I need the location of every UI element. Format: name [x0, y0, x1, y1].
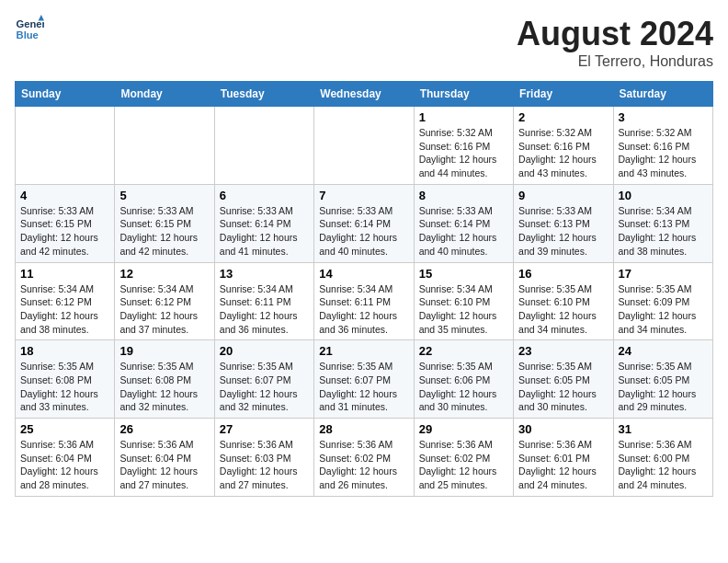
week-row-5: 25Sunrise: 5:36 AM Sunset: 6:04 PM Dayli… [16, 419, 713, 497]
day-cell: 29Sunrise: 5:36 AM Sunset: 6:02 PM Dayli… [414, 419, 513, 497]
day-number: 8 [419, 189, 508, 202]
day-cell: 21Sunrise: 5:35 AM Sunset: 6:07 PM Dayli… [314, 340, 414, 419]
day-info: Sunrise: 5:33 AM Sunset: 6:15 PM Dayligh… [20, 204, 109, 259]
day-info: Sunrise: 5:35 AM Sunset: 6:05 PM Dayligh… [619, 360, 708, 414]
title-area: August 2024 El Terrero, Honduras [517, 15, 713, 70]
day-number: 27 [220, 422, 309, 436]
day-info: Sunrise: 5:35 AM Sunset: 6:06 PM Dayligh… [419, 360, 508, 414]
location: El Terrero, Honduras [517, 53, 713, 70]
day-number: 26 [119, 422, 209, 436]
day-number: 21 [319, 344, 408, 358]
day-number: 16 [518, 267, 608, 281]
day-info: Sunrise: 5:36 AM Sunset: 6:03 PM Dayligh… [220, 438, 309, 492]
day-cell: 7Sunrise: 5:33 AM Sunset: 6:14 PM Daylig… [314, 184, 414, 262]
month-year: August 2024 [517, 15, 713, 53]
weekday-header-friday: Friday [514, 82, 613, 107]
day-info: Sunrise: 5:34 AM Sunset: 6:12 PM Dayligh… [119, 282, 209, 337]
day-number: 28 [319, 422, 408, 436]
day-number: 30 [518, 422, 608, 436]
day-cell: 27Sunrise: 5:36 AM Sunset: 6:03 PM Dayli… [214, 419, 313, 497]
weekday-header-wednesday: Wednesday [314, 82, 414, 107]
day-number: 10 [619, 189, 708, 202]
day-cell: 16Sunrise: 5:35 AM Sunset: 6:10 PM Dayli… [514, 262, 613, 340]
week-row-2: 4Sunrise: 5:33 AM Sunset: 6:15 PM Daylig… [16, 184, 713, 262]
day-cell: 3Sunrise: 5:32 AM Sunset: 6:16 PM Daylig… [613, 107, 712, 185]
day-cell: 28Sunrise: 5:36 AM Sunset: 6:02 PM Dayli… [314, 419, 414, 497]
day-number: 17 [619, 267, 708, 281]
day-info: Sunrise: 5:34 AM Sunset: 6:12 PM Dayligh… [20, 282, 109, 337]
svg-text:Blue: Blue [17, 29, 39, 40]
day-number: 20 [220, 344, 309, 358]
day-number: 2 [518, 110, 608, 124]
day-info: Sunrise: 5:32 AM Sunset: 6:16 PM Dayligh… [619, 126, 708, 180]
svg-marker-2 [39, 15, 44, 20]
day-cell: 6Sunrise: 5:33 AM Sunset: 6:14 PM Daylig… [214, 184, 313, 262]
day-info: Sunrise: 5:34 AM Sunset: 6:11 PM Dayligh… [220, 282, 309, 337]
day-number: 14 [319, 267, 408, 281]
day-number: 22 [419, 344, 508, 358]
day-cell: 22Sunrise: 5:35 AM Sunset: 6:06 PM Dayli… [414, 340, 513, 419]
day-cell: 13Sunrise: 5:34 AM Sunset: 6:11 PM Dayli… [214, 262, 313, 340]
day-info: Sunrise: 5:36 AM Sunset: 6:00 PM Dayligh… [619, 438, 708, 492]
day-cell: 17Sunrise: 5:35 AM Sunset: 6:09 PM Dayli… [613, 262, 712, 340]
weekday-header-monday: Monday [115, 82, 214, 107]
day-number: 25 [20, 422, 109, 436]
day-number: 31 [619, 422, 708, 436]
day-info: Sunrise: 5:32 AM Sunset: 6:16 PM Dayligh… [419, 126, 508, 180]
day-number: 12 [119, 267, 209, 281]
day-cell: 31Sunrise: 5:36 AM Sunset: 6:00 PM Dayli… [613, 419, 712, 497]
weekday-header-tuesday: Tuesday [214, 82, 313, 107]
weekday-header-sunday: Sunday [16, 82, 115, 107]
day-cell: 9Sunrise: 5:33 AM Sunset: 6:13 PM Daylig… [514, 184, 613, 262]
day-cell: 19Sunrise: 5:35 AM Sunset: 6:08 PM Dayli… [115, 340, 214, 419]
day-info: Sunrise: 5:34 AM Sunset: 6:11 PM Dayligh… [319, 282, 408, 337]
day-info: Sunrise: 5:33 AM Sunset: 6:15 PM Dayligh… [119, 204, 209, 259]
day-number: 7 [319, 189, 408, 202]
logo-icon: General Blue [15, 15, 44, 44]
day-info: Sunrise: 5:35 AM Sunset: 6:10 PM Dayligh… [518, 282, 608, 337]
day-cell: 26Sunrise: 5:36 AM Sunset: 6:04 PM Dayli… [115, 419, 214, 497]
logo: General Blue [15, 15, 44, 44]
day-number: 13 [220, 267, 309, 281]
day-cell [16, 107, 115, 185]
day-info: Sunrise: 5:35 AM Sunset: 6:07 PM Dayligh… [319, 360, 408, 414]
day-cell: 8Sunrise: 5:33 AM Sunset: 6:14 PM Daylig… [414, 184, 513, 262]
day-number: 9 [518, 189, 608, 202]
day-info: Sunrise: 5:35 AM Sunset: 6:08 PM Dayligh… [20, 360, 109, 414]
day-info: Sunrise: 5:36 AM Sunset: 6:01 PM Dayligh… [518, 438, 608, 492]
day-info: Sunrise: 5:36 AM Sunset: 6:02 PM Dayligh… [419, 438, 508, 492]
day-number: 1 [419, 110, 508, 124]
day-cell: 1Sunrise: 5:32 AM Sunset: 6:16 PM Daylig… [414, 107, 513, 185]
day-info: Sunrise: 5:36 AM Sunset: 6:02 PM Dayligh… [319, 438, 408, 492]
day-cell: 25Sunrise: 5:36 AM Sunset: 6:04 PM Dayli… [16, 419, 115, 497]
weekday-header-saturday: Saturday [613, 82, 712, 107]
day-cell: 30Sunrise: 5:36 AM Sunset: 6:01 PM Dayli… [514, 419, 613, 497]
day-cell: 18Sunrise: 5:35 AM Sunset: 6:08 PM Dayli… [16, 340, 115, 419]
day-info: Sunrise: 5:34 AM Sunset: 6:13 PM Dayligh… [619, 204, 708, 259]
day-number: 5 [119, 189, 209, 202]
day-cell: 12Sunrise: 5:34 AM Sunset: 6:12 PM Dayli… [115, 262, 214, 340]
day-info: Sunrise: 5:33 AM Sunset: 6:13 PM Dayligh… [518, 204, 608, 259]
day-info: Sunrise: 5:34 AM Sunset: 6:10 PM Dayligh… [419, 282, 508, 337]
day-number: 23 [518, 344, 608, 358]
day-number: 4 [20, 189, 109, 202]
day-cell: 23Sunrise: 5:35 AM Sunset: 6:05 PM Dayli… [514, 340, 613, 419]
day-info: Sunrise: 5:35 AM Sunset: 6:05 PM Dayligh… [518, 360, 608, 414]
week-row-3: 11Sunrise: 5:34 AM Sunset: 6:12 PM Dayli… [16, 262, 713, 340]
day-cell: 11Sunrise: 5:34 AM Sunset: 6:12 PM Dayli… [16, 262, 115, 340]
day-cell: 10Sunrise: 5:34 AM Sunset: 6:13 PM Dayli… [613, 184, 712, 262]
day-info: Sunrise: 5:35 AM Sunset: 6:07 PM Dayligh… [220, 360, 309, 414]
day-number: 24 [619, 344, 708, 358]
day-cell: 4Sunrise: 5:33 AM Sunset: 6:15 PM Daylig… [16, 184, 115, 262]
day-cell [314, 107, 414, 185]
calendar-table: SundayMondayTuesdayWednesdayThursdayFrid… [15, 81, 713, 497]
day-info: Sunrise: 5:36 AM Sunset: 6:04 PM Dayligh… [119, 438, 209, 492]
page-header: General Blue August 2024 El Terrero, Hon… [15, 15, 713, 70]
day-cell: 2Sunrise: 5:32 AM Sunset: 6:16 PM Daylig… [514, 107, 613, 185]
week-row-1: 1Sunrise: 5:32 AM Sunset: 6:16 PM Daylig… [16, 107, 713, 185]
day-cell: 24Sunrise: 5:35 AM Sunset: 6:05 PM Dayli… [613, 340, 712, 419]
day-number: 6 [220, 189, 309, 202]
day-info: Sunrise: 5:33 AM Sunset: 6:14 PM Dayligh… [419, 204, 508, 259]
day-info: Sunrise: 5:36 AM Sunset: 6:04 PM Dayligh… [20, 438, 109, 492]
day-cell [115, 107, 214, 185]
